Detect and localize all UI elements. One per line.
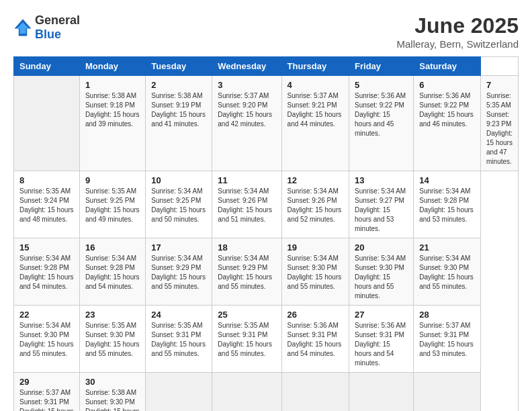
day-number: 8 — [19, 175, 74, 185]
day-number: 26 — [287, 310, 343, 320]
day-info: Sunrise: 5:37 AMSunset: 9:31 PMDaylight:… — [419, 321, 475, 359]
col-saturday: Saturday — [414, 57, 481, 76]
calendar-cell: 30 Sunrise: 5:38 AMSunset: 9:30 PMDaylig… — [79, 373, 145, 412]
day-info: Sunrise: 5:38 AMSunset: 9:18 PMDaylight:… — [85, 91, 140, 129]
day-number: 28 — [419, 310, 475, 320]
day-number: 24 — [151, 310, 206, 320]
day-info: Sunrise: 5:36 AMSunset: 9:22 PMDaylight:… — [355, 91, 408, 138]
day-info: Sunrise: 5:34 AMSunset: 9:30 PMDaylight:… — [419, 254, 475, 291]
day-number: 5 — [355, 80, 408, 90]
calendar-cell: 18 Sunrise: 5:34 AMSunset: 9:29 PMDaylig… — [212, 238, 281, 306]
svg-marker-1 — [17, 22, 30, 34]
day-info: Sunrise: 5:35 AMSunset: 9:24 PMDaylight:… — [19, 187, 74, 224]
logo-icon — [13, 18, 32, 37]
calendar-cell: 16 Sunrise: 5:34 AMSunset: 9:28 PMDaylig… — [79, 238, 145, 306]
calendar-cell: 4 Sunrise: 5:37 AMSunset: 9:21 PMDayligh… — [281, 76, 349, 171]
day-info: Sunrise: 5:34 AMSunset: 9:27 PMDaylight:… — [355, 187, 408, 234]
day-number: 6 — [419, 80, 475, 90]
day-info: Sunrise: 5:35 AMSunset: 9:23 PMDaylight:… — [486, 91, 513, 167]
day-number: 4 — [287, 80, 343, 90]
day-info: Sunrise: 5:37 AMSunset: 9:31 PMDaylight:… — [19, 388, 74, 411]
day-number: 10 — [151, 175, 206, 185]
calendar-cell: 6 Sunrise: 5:36 AMSunset: 9:22 PMDayligh… — [414, 76, 481, 171]
day-info: Sunrise: 5:35 AMSunset: 9:31 PMDaylight:… — [218, 321, 275, 359]
day-info: Sunrise: 5:34 AMSunset: 9:29 PMDaylight:… — [151, 254, 206, 291]
calendar-cell: 24 Sunrise: 5:35 AMSunset: 9:31 PMDaylig… — [146, 306, 212, 373]
day-info: Sunrise: 5:34 AMSunset: 9:25 PMDaylight:… — [151, 187, 206, 224]
calendar-cell: 8 Sunrise: 5:35 AMSunset: 9:24 PMDayligh… — [14, 171, 80, 238]
logo: General Blue — [13, 13, 80, 42]
day-number: 15 — [19, 242, 74, 253]
location-title: Malleray, Bern, Switzerland — [397, 38, 519, 50]
day-number: 29 — [19, 377, 74, 387]
day-number: 16 — [85, 242, 140, 253]
calendar-week-1: 1 Sunrise: 5:38 AMSunset: 9:18 PMDayligh… — [14, 76, 519, 171]
calendar-cell: 21 Sunrise: 5:34 AMSunset: 9:30 PMDaylig… — [414, 238, 481, 306]
day-info: Sunrise: 5:34 AMSunset: 9:30 PMDaylight:… — [287, 254, 343, 291]
col-monday: Monday — [79, 57, 145, 76]
col-tuesday: Tuesday — [146, 57, 212, 76]
calendar-cell: 1 Sunrise: 5:38 AMSunset: 9:18 PMDayligh… — [79, 76, 145, 171]
day-number: 27 — [355, 310, 408, 320]
calendar-week-4: 22 Sunrise: 5:34 AMSunset: 9:30 PMDaylig… — [14, 306, 519, 373]
calendar-cell: 23 Sunrise: 5:35 AMSunset: 9:30 PMDaylig… — [79, 306, 145, 373]
calendar-week-5: 29 Sunrise: 5:37 AMSunset: 9:31 PMDaylig… — [14, 373, 519, 412]
day-number: 9 — [85, 175, 140, 185]
day-number: 1 — [85, 80, 140, 90]
day-info: Sunrise: 5:34 AMSunset: 9:28 PMDaylight:… — [85, 254, 140, 291]
calendar-cell: 29 Sunrise: 5:37 AMSunset: 9:31 PMDaylig… — [14, 373, 80, 412]
calendar-cell: 28 Sunrise: 5:37 AMSunset: 9:31 PMDaylig… — [414, 306, 481, 373]
month-title: June 2025 — [397, 13, 519, 38]
day-info: Sunrise: 5:34 AMSunset: 9:28 PMDaylight:… — [419, 187, 475, 224]
calendar-week-2: 8 Sunrise: 5:35 AMSunset: 9:24 PMDayligh… — [14, 171, 519, 238]
logo-blue: Blue — [35, 28, 61, 41]
col-friday: Friday — [349, 57, 414, 76]
day-number: 11 — [218, 175, 275, 185]
day-info: Sunrise: 5:34 AMSunset: 9:29 PMDaylight:… — [218, 254, 275, 291]
day-number: 18 — [218, 242, 275, 253]
col-wednesday: Wednesday — [212, 57, 281, 76]
calendar-cell — [146, 373, 212, 412]
day-number: 20 — [355, 242, 408, 253]
day-number: 13 — [355, 175, 408, 185]
day-info: Sunrise: 5:36 AMSunset: 9:31 PMDaylight:… — [287, 321, 343, 359]
day-number: 12 — [287, 175, 343, 185]
day-info: Sunrise: 5:34 AMSunset: 9:30 PMDaylight:… — [19, 321, 74, 359]
logo-text: General Blue — [35, 13, 80, 42]
day-info: Sunrise: 5:36 AMSunset: 9:31 PMDaylight:… — [355, 321, 408, 368]
day-number: 19 — [287, 242, 343, 253]
calendar-cell: 26 Sunrise: 5:36 AMSunset: 9:31 PMDaylig… — [281, 306, 349, 373]
day-number: 3 — [218, 80, 275, 90]
col-thursday: Thursday — [281, 57, 349, 76]
calendar-cell: 14 Sunrise: 5:34 AMSunset: 9:28 PMDaylig… — [414, 171, 481, 238]
day-info: Sunrise: 5:35 AMSunset: 9:31 PMDaylight:… — [151, 321, 206, 359]
day-info: Sunrise: 5:35 AMSunset: 9:30 PMDaylight:… — [85, 321, 140, 359]
calendar-cell: 25 Sunrise: 5:35 AMSunset: 9:31 PMDaylig… — [212, 306, 281, 373]
col-sunday: Sunday — [14, 57, 80, 76]
header-row: Sunday Monday Tuesday Wednesday Thursday… — [14, 57, 519, 76]
day-info: Sunrise: 5:34 AMSunset: 9:26 PMDaylight:… — [287, 187, 343, 224]
calendar-week-3: 15 Sunrise: 5:34 AMSunset: 9:28 PMDaylig… — [14, 238, 519, 306]
day-info: Sunrise: 5:38 AMSunset: 9:30 PMDaylight:… — [85, 388, 140, 411]
calendar-cell: 20 Sunrise: 5:34 AMSunset: 9:30 PMDaylig… — [349, 238, 414, 306]
calendar-cell: 15 Sunrise: 5:34 AMSunset: 9:28 PMDaylig… — [14, 238, 80, 306]
calendar-cell: 5 Sunrise: 5:36 AMSunset: 9:22 PMDayligh… — [349, 76, 414, 171]
day-number: 25 — [218, 310, 275, 320]
calendar-cell: 10 Sunrise: 5:34 AMSunset: 9:25 PMDaylig… — [146, 171, 212, 238]
calendar-table: Sunday Monday Tuesday Wednesday Thursday… — [13, 56, 519, 411]
day-number: 21 — [419, 242, 475, 253]
calendar-cell — [349, 373, 414, 412]
day-info: Sunrise: 5:34 AMSunset: 9:30 PMDaylight:… — [355, 254, 408, 301]
calendar-cell: 3 Sunrise: 5:37 AMSunset: 9:20 PMDayligh… — [212, 76, 281, 171]
day-number: 7 — [486, 80, 513, 90]
day-number: 14 — [419, 175, 475, 185]
title-area: June 2025 Malleray, Bern, Switzerland — [397, 13, 519, 50]
calendar-cell: 7 Sunrise: 5:35 AMSunset: 9:23 PMDayligh… — [481, 76, 519, 171]
calendar-cell — [212, 373, 281, 412]
calendar-cell: 22 Sunrise: 5:34 AMSunset: 9:30 PMDaylig… — [14, 306, 80, 373]
day-number: 30 — [85, 377, 140, 387]
logo-general: General — [35, 13, 80, 27]
calendar-cell: 27 Sunrise: 5:36 AMSunset: 9:31 PMDaylig… — [349, 306, 414, 373]
calendar-cell: 17 Sunrise: 5:34 AMSunset: 9:29 PMDaylig… — [146, 238, 212, 306]
day-info: Sunrise: 5:34 AMSunset: 9:26 PMDaylight:… — [218, 187, 275, 224]
